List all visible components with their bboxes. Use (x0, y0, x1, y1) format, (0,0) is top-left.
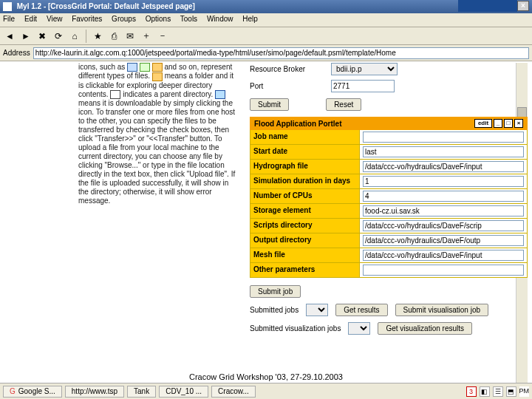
menu-bar: File Edit View Favorites Groups Options … (0, 13, 532, 27)
banner-decor (458, 0, 517, 12)
menu-edit[interactable]: Edit (24, 15, 37, 23)
stop-icon[interactable]: ✖ (35, 30, 49, 43)
mesh-label: Mesh file (250, 248, 360, 262)
help-text: is clickable for exploring deeper direct… (78, 81, 212, 89)
portlet-max-icon[interactable]: □ (504, 119, 513, 128)
download-icon (215, 90, 225, 99)
submit-vis-button[interactable]: Submit visualisation job (395, 304, 489, 316)
hydrograph-label: Hydrograph file (250, 160, 360, 174)
storage-label: Storage element (250, 204, 360, 218)
menu-file[interactable]: File (3, 15, 15, 23)
jobname-input[interactable] (363, 132, 524, 143)
duration-label: Simulation duration in days (250, 174, 360, 188)
portlet-min-icon[interactable]: _ (494, 119, 502, 128)
back-icon[interactable]: ◄ (3, 30, 16, 43)
folder-icon (152, 72, 163, 81)
slide-caption: Cracow Grid Workshop '03, 27-29.10.2003 (0, 372, 532, 381)
scripts-label: Scripts directory (250, 219, 360, 233)
window-title: Myl 1.2 - [CrossGrid Portal: Default Jet… (17, 2, 195, 10)
menu-tools[interactable]: Tools (180, 15, 197, 23)
monitor-icon (127, 63, 137, 72)
print-icon[interactable]: ⎙ (107, 30, 120, 43)
task-button[interactable]: Cracow... (211, 386, 256, 398)
storage-input[interactable] (363, 205, 524, 216)
submitted-jobs-select[interactable] (306, 304, 328, 316)
broker-label: Resource Broker (250, 65, 331, 73)
bookmark-icon[interactable]: ★ (91, 30, 104, 43)
menu-view[interactable]: View (47, 15, 63, 23)
jobname-label: Job name (250, 130, 360, 144)
port-input[interactable] (331, 80, 395, 92)
help-text: icons, such as (78, 63, 125, 71)
portlet-close-icon[interactable]: × (514, 119, 523, 128)
broker-select[interactable]: bdii.ip.p (331, 63, 398, 75)
mail-icon[interactable]: ✉ (123, 30, 137, 43)
other-label: Other parameters (250, 263, 360, 277)
help-text: indicates a parent directory. (123, 90, 213, 98)
submitted-jobs-label: Submitted jobs (250, 306, 299, 314)
hydrograph-input[interactable] (363, 161, 524, 172)
forward-icon[interactable]: ► (19, 30, 33, 43)
right-panel: Resource Broker bdii.ip.p Port Submit Re… (250, 63, 528, 335)
zoomout-icon[interactable]: － (156, 30, 169, 43)
address-input[interactable] (33, 47, 529, 59)
help-text: and so on, represent (165, 63, 233, 71)
help-text: contents. (78, 90, 109, 98)
cpus-label: Number of CPUs (250, 189, 360, 203)
zoomin-icon[interactable]: ＋ (140, 30, 153, 43)
help-text: means it is downloadable by simply click… (78, 99, 235, 205)
help-text-block: icons, such as and so on, represent diff… (4, 63, 242, 205)
tray-icon[interactable]: ⬒ (506, 386, 516, 397)
scripts-input[interactable] (363, 220, 524, 231)
task-button[interactable]: http://www.tsp (65, 386, 124, 398)
other-input[interactable] (363, 265, 524, 276)
portlet-title: Flood Application Portlet (254, 120, 342, 128)
menu-groups[interactable]: Groups (112, 15, 136, 23)
help-text: different types of files. (78, 72, 150, 80)
startdate-input[interactable] (363, 146, 524, 157)
content-area: icons, such as and so on, represent diff… (4, 63, 528, 383)
mesh-input[interactable] (363, 250, 524, 261)
address-label: Address (3, 49, 30, 57)
port-label: Port (250, 82, 331, 90)
up-arrow-icon (110, 90, 120, 99)
doc-icon (140, 63, 150, 72)
submitted-vis-select[interactable] (348, 322, 370, 335)
menu-favorites[interactable]: Favorites (72, 15, 102, 23)
submit-job-button[interactable]: Submit job (250, 285, 301, 298)
tray-alert-icon[interactable]: 3 (466, 386, 477, 397)
tray-icon[interactable]: ☰ (493, 386, 503, 397)
menu-help[interactable]: Help (242, 15, 258, 23)
task-button[interactable]: CDV_10 ... (159, 386, 208, 398)
reset-button[interactable]: Reset (326, 98, 361, 111)
address-bar: Address (0, 45, 532, 61)
task-button[interactable]: Tank (127, 386, 156, 398)
cpus-input[interactable] (363, 191, 524, 202)
window-titlebar: Myl 1.2 - [CrossGrid Portal: Default Jet… (0, 0, 532, 13)
taskbar: GGoogle S... http://www.tsp Tank CDV_10 … (0, 383, 532, 399)
menu-window[interactable]: Window (207, 15, 233, 23)
toolbar-separator (86, 30, 86, 43)
app-icon (3, 2, 12, 11)
portlet-edit-button[interactable]: edit (474, 119, 492, 128)
tray-clock: PM (519, 386, 530, 397)
submit-button[interactable]: Submit (250, 98, 289, 111)
startdate-label: Start date (250, 145, 360, 159)
duration-input[interactable] (363, 176, 524, 187)
output-input[interactable] (363, 235, 524, 246)
portlet-header: Flood Application Portlet edit _ □ × (250, 117, 528, 130)
home-icon[interactable]: ⌂ (68, 30, 81, 43)
close-button[interactable]: × (517, 1, 529, 11)
get-results-button[interactable]: Get results (335, 304, 387, 316)
submitted-vis-label: Submitted visualization jobs (250, 324, 341, 332)
toolbar: ◄ ► ✖ ⟳ ⌂ ★ ⎙ ✉ ＋ － (0, 27, 532, 45)
folder-icon (152, 63, 163, 72)
reload-icon[interactable]: ⟳ (52, 30, 65, 43)
tray-icon[interactable]: ◧ (480, 386, 490, 397)
help-text: means a folder and it (165, 72, 233, 80)
menu-options[interactable]: Options (146, 15, 171, 23)
task-button[interactable]: GGoogle S... (3, 386, 62, 398)
output-label: Output directory (250, 233, 360, 248)
system-tray: 3 ◧ ☰ ⬒ PM (466, 386, 530, 397)
get-vis-results-button[interactable]: Get visualization results (378, 322, 472, 335)
